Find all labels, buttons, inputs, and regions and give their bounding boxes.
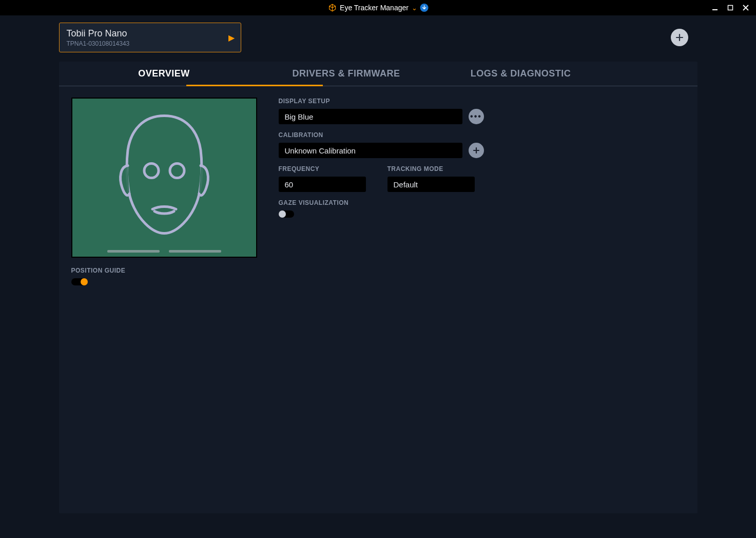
minimize-button[interactable]: [708, 2, 722, 13]
titlebar: Eye Tracker Manager ⌄: [0, 0, 756, 15]
tab-drivers-firmware[interactable]: DRIVERS & FIRMWARE: [269, 62, 423, 86]
close-button[interactable]: [739, 2, 753, 13]
tab-drivers-label: DRIVERS & FIRMWARE: [292, 68, 400, 79]
chevron-down-icon[interactable]: ⌄: [412, 4, 417, 12]
device-serial: TPNA1-030108014343: [67, 40, 234, 47]
position-guide-toggle[interactable]: [71, 278, 87, 285]
calibration-label: CALIBRATION: [279, 131, 484, 139]
titlebar-center: Eye Tracker Manager ⌄: [327, 3, 429, 12]
left-column: POSITION GUIDE: [71, 98, 256, 285]
svg-rect-1: [712, 9, 718, 10]
position-guide-viewport: [71, 98, 257, 258]
tab-logs-label: LOGS & DIAGNOSTIC: [471, 68, 571, 79]
app-body: Tobii Pro Nano TPNA1-030108014343 ▶ OVER…: [0, 15, 756, 538]
chevron-right-icon: ▶: [228, 33, 235, 43]
toggle-knob: [279, 210, 286, 218]
position-bar-left: [107, 250, 160, 253]
brand-icon: [327, 3, 337, 12]
download-icon[interactable]: [420, 4, 429, 12]
maximize-button[interactable]: [723, 2, 738, 13]
tab-logs-diagnostic[interactable]: LOGS & DIAGNOSTIC: [423, 62, 618, 86]
display-setup-label: DISPLAY SETUP: [279, 98, 484, 105]
svg-point-4: [170, 163, 184, 178]
tab-overview-label: OVERVIEW: [138, 68, 190, 79]
gaze-viz-toggle[interactable]: [279, 210, 294, 218]
frequency-select[interactable]: 60: [279, 177, 366, 192]
tracking-mode-select[interactable]: Default: [387, 177, 475, 192]
device-card[interactable]: Tobii Pro Nano TPNA1-030108014343 ▶: [59, 23, 241, 52]
gaze-viz-label: GAZE VISUALIZATION: [279, 199, 484, 206]
tab-underline: [186, 85, 323, 86]
main-panel: OVERVIEW DRIVERS & FIRMWARE LOGS & DIAGN…: [59, 62, 697, 513]
add-calibration-button[interactable]: [469, 143, 484, 158]
calibration-value[interactable]: Unknown Calibration: [279, 143, 462, 158]
tabs: OVERVIEW DRIVERS & FIRMWARE LOGS & DIAGN…: [59, 62, 697, 86]
app-title: Eye Tracker Manager: [340, 4, 409, 12]
window-controls: [708, 2, 753, 13]
frequency-label: FREQUENCY: [279, 165, 375, 172]
display-setup-more-button[interactable]: •••: [469, 109, 484, 124]
position-guide-label: POSITION GUIDE: [71, 267, 256, 274]
content-wrap: Tobii Pro Nano TPNA1-030108014343 ▶ OVER…: [59, 15, 697, 513]
panel-body: POSITION GUIDE DISPLAY SETUP Big Blue ••…: [59, 86, 697, 297]
add-device-button[interactable]: [671, 29, 688, 46]
head-icon: [115, 111, 213, 237]
device-name: Tobii Pro Nano: [67, 28, 234, 39]
tab-overview[interactable]: OVERVIEW: [59, 62, 269, 86]
plus-icon: [473, 147, 480, 154]
tracking-mode-label: TRACKING MODE: [387, 165, 484, 172]
svg-rect-2: [728, 6, 733, 10]
display-setup-value[interactable]: Big Blue: [279, 109, 462, 124]
position-bar-right: [169, 250, 221, 253]
svg-point-3: [144, 163, 159, 178]
toggle-knob: [81, 278, 88, 285]
device-row: Tobii Pro Nano TPNA1-030108014343 ▶: [59, 23, 697, 52]
right-column: DISPLAY SETUP Big Blue ••• CALIBRATION U…: [279, 98, 484, 285]
position-guide-bars: [107, 250, 221, 253]
